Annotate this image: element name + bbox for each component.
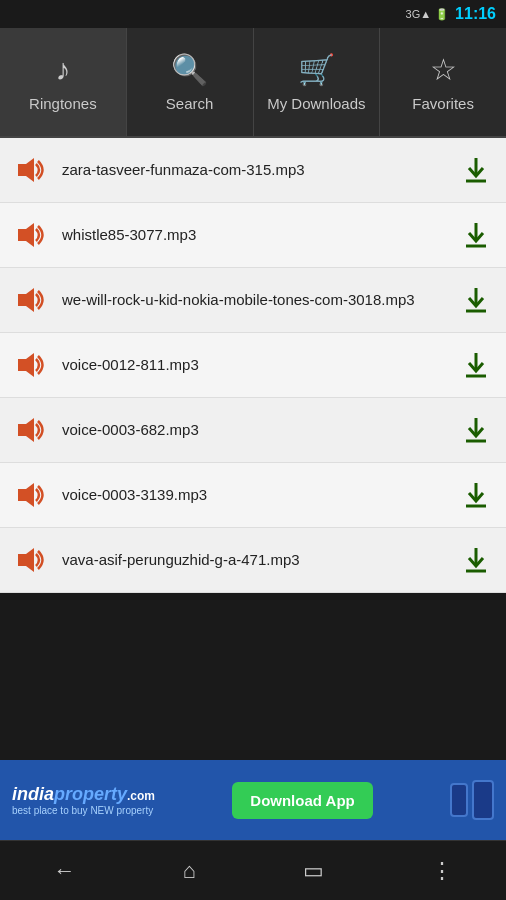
phone-image-large [472, 780, 494, 820]
sound-icon [12, 542, 48, 578]
ad-phones [450, 780, 494, 820]
battery-icon: 🔋 [435, 8, 449, 21]
download-button[interactable] [458, 282, 494, 318]
item-filename: voice-0012-811.mp3 [62, 355, 448, 375]
tab-favorites[interactable]: ☆ Favorites [380, 28, 506, 136]
svg-marker-15 [18, 483, 34, 507]
tab-search-label: Search [166, 95, 214, 112]
download-button[interactable] [458, 217, 494, 253]
ad-tagline: best place to buy NEW property [12, 805, 153, 816]
star-icon: ☆ [430, 52, 457, 87]
item-filename: voice-0003-3139.mp3 [62, 485, 448, 505]
list-item[interactable]: whistle85-3077.mp3 [0, 203, 506, 268]
download-button[interactable] [458, 542, 494, 578]
sound-icon [12, 152, 48, 188]
ad-logo-text: indiaproperty.com [12, 784, 155, 805]
network-indicator: 3G▲ [406, 8, 432, 20]
download-button[interactable] [458, 412, 494, 448]
download-button[interactable] [458, 347, 494, 383]
ringtones-list: zara-tasveer-funmaza-com-315.mp3 [0, 138, 506, 760]
item-filename: vava-asif-perunguzhid-g-a-471.mp3 [62, 550, 448, 570]
tab-ringtones[interactable]: ♪ Ringtones [0, 28, 127, 136]
download-button[interactable] [458, 152, 494, 188]
status-bar: 3G▲ 🔋 11:16 [0, 0, 506, 28]
back-button[interactable]: ← [33, 850, 95, 892]
item-filename: voice-0003-682.mp3 [62, 420, 448, 440]
svg-marker-12 [18, 418, 34, 442]
status-icons: 3G▲ 🔋 [406, 8, 450, 21]
tab-ringtones-label: Ringtones [29, 95, 97, 112]
search-icon: 🔍 [171, 52, 208, 87]
download-button[interactable] [458, 477, 494, 513]
tab-bar: ♪ Ringtones 🔍 Search 🛒 My Downloads ☆ Fa… [0, 28, 506, 138]
item-filename: we-will-rock-u-kid-nokia-mobile-tones-co… [62, 290, 448, 310]
svg-marker-6 [18, 288, 34, 312]
status-time: 11:16 [455, 5, 496, 23]
phone-image-small [450, 783, 468, 817]
sound-icon [12, 477, 48, 513]
tab-mydownloads[interactable]: 🛒 My Downloads [254, 28, 381, 136]
list-item[interactable]: voice-0003-682.mp3 [0, 398, 506, 463]
tab-mydownloads-label: My Downloads [267, 95, 365, 112]
list-container: zara-tasveer-funmaza-com-315.mp3 [0, 138, 506, 593]
bottom-nav: ← ⌂ ▭ ⋮ [0, 840, 506, 900]
sound-icon [12, 217, 48, 253]
recent-button[interactable]: ▭ [283, 850, 344, 892]
list-item[interactable]: voice-0012-811.mp3 [0, 333, 506, 398]
svg-marker-0 [18, 158, 34, 182]
list-item[interactable]: voice-0003-3139.mp3 [0, 463, 506, 528]
ad-download-button[interactable]: Download App [232, 782, 372, 819]
item-filename: whistle85-3077.mp3 [62, 225, 448, 245]
sound-icon [12, 412, 48, 448]
home-button[interactable]: ⌂ [162, 850, 215, 892]
list-item[interactable]: we-will-rock-u-kid-nokia-mobile-tones-co… [0, 268, 506, 333]
more-button[interactable]: ⋮ [411, 850, 473, 892]
music-icon: ♪ [55, 53, 70, 87]
list-item[interactable]: vava-asif-perunguzhid-g-a-471.mp3 [0, 528, 506, 593]
tab-search[interactable]: 🔍 Search [127, 28, 254, 136]
sound-icon [12, 282, 48, 318]
svg-marker-3 [18, 223, 34, 247]
ad-banner[interactable]: indiaproperty.com best place to buy NEW … [0, 760, 506, 840]
tab-favorites-label: Favorites [412, 95, 474, 112]
svg-marker-9 [18, 353, 34, 377]
svg-marker-18 [18, 548, 34, 572]
list-item[interactable]: zara-tasveer-funmaza-com-315.mp3 [0, 138, 506, 203]
cart-icon: 🛒 [298, 52, 335, 87]
ad-logo: indiaproperty.com best place to buy NEW … [12, 784, 155, 816]
item-filename: zara-tasveer-funmaza-com-315.mp3 [62, 160, 448, 180]
sound-icon [12, 347, 48, 383]
